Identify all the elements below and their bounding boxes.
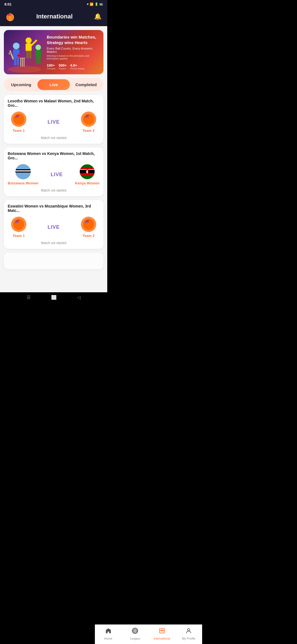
team1-logo	[11, 217, 26, 232]
svg-line-14	[32, 40, 36, 45]
svg-rect-13	[26, 43, 32, 51]
svg-rect-9	[14, 57, 16, 66]
promo-banner: Boundaries win Matches, Strategy wins He…	[4, 30, 103, 74]
battery-level: 95	[100, 3, 103, 6]
live-badge: LIVE	[48, 119, 60, 125]
time: 8:01	[4, 2, 12, 6]
match-center: LIVE	[38, 172, 75, 178]
team1-name: Team 1	[13, 234, 25, 238]
match-card[interactable]: Eswatini Women vs Mozambique Women, 3rd …	[4, 200, 103, 249]
svg-rect-16	[29, 51, 31, 58]
match-center: LIVE	[30, 119, 78, 125]
match-center: LIVE	[30, 224, 78, 230]
team1-logo	[11, 111, 26, 127]
svg-rect-15	[26, 51, 29, 58]
team1-name: Botswana Women	[8, 181, 38, 185]
page-title: International	[36, 13, 73, 20]
banner-illustration	[4, 31, 45, 73]
svg-point-5	[8, 66, 41, 73]
match-card[interactable]: Botswana Women vs Kenya Women, 1st Match…	[4, 148, 103, 196]
team2-name: Team 2	[82, 234, 95, 238]
team1-side: Botswana Women	[8, 164, 38, 185]
team2-logo	[81, 111, 96, 127]
live-badge: LIVE	[51, 172, 63, 178]
tabs: Upcoming Live Completed	[4, 78, 103, 91]
team1-side: Team 1	[8, 111, 30, 133]
svg-rect-42	[15, 169, 31, 170]
svg-point-12	[26, 37, 32, 43]
team2-name: Kenya Women	[75, 181, 100, 185]
match-card[interactable]: Lesotho Women vs Malawi Women, 2nd Match…	[4, 95, 103, 144]
svg-point-11	[9, 52, 11, 55]
matches-list: Lesotho Women vs Malawi Women, 2nd Match…	[0, 91, 107, 273]
svg-point-53	[86, 170, 88, 173]
team2-name: Team 2	[82, 129, 95, 133]
team2-side: Kenya Women	[75, 164, 100, 185]
team2-logo	[79, 164, 95, 179]
svg-rect-44	[15, 171, 31, 173]
stat-contests: 100+ Contests	[47, 63, 56, 70]
android-back-icon[interactable]: ◁	[77, 295, 81, 300]
team2-side: Team 2	[78, 217, 100, 238]
team2-side: Team 2	[78, 111, 100, 133]
svg-point-55	[13, 219, 24, 230]
tab-live[interactable]: Live	[37, 79, 70, 90]
svg-point-28	[13, 114, 24, 125]
match-status: Match not started	[8, 189, 100, 192]
match-teams: Team 1 LIVE Team 2	[8, 111, 100, 133]
svg-rect-21	[20, 58, 21, 67]
app-logo	[4, 11, 16, 22]
battery-icon: 🔋	[95, 2, 98, 6]
team1-logo	[15, 164, 31, 179]
match-teams: Botswana Women LIVE	[8, 164, 100, 185]
svg-rect-19	[36, 57, 38, 64]
svg-rect-10	[17, 57, 19, 66]
signal-icon: 📶	[90, 2, 94, 6]
status-icons: ▾ 📶 🔋 95	[87, 2, 103, 6]
match-title: Botswana Women vs Kenya Women, 1st Match…	[8, 151, 100, 160]
banner-text: Boundaries win Matches, Strategy wins He…	[45, 30, 103, 74]
svg-rect-18	[35, 50, 41, 57]
team1-side: Team 1	[8, 217, 30, 238]
stat-rating: 4.8+ Review Rating	[70, 63, 84, 70]
svg-rect-22	[22, 58, 23, 67]
android-home-icon[interactable]: ⬜	[51, 295, 57, 300]
svg-point-17	[35, 45, 41, 50]
match-title: Lesotho Women vs Malawi Women, 2nd Match…	[8, 99, 100, 108]
android-menu-icon[interactable]: ☰	[27, 295, 31, 300]
tab-completed[interactable]: Completed	[70, 79, 102, 90]
svg-rect-24	[20, 58, 25, 58]
banner-desc: Winning is based on the principles and t…	[47, 54, 100, 60]
main-content: Boundaries win Matches, Strategy wins He…	[0, 26, 107, 292]
status-bar: 8:01 ▾ 📶 🔋 95	[0, 0, 107, 9]
svg-rect-23	[24, 58, 24, 67]
banner-subtitle: Every Ball Counts, Every Answers Matters	[47, 47, 100, 53]
match-status: Match not started	[8, 241, 100, 245]
match-teams: Team 1 LIVE Team 2	[8, 217, 100, 238]
android-nav-bar: ☰ ⬜ ◁	[0, 292, 107, 302]
bell-icon[interactable]: 🔔	[93, 12, 103, 21]
banner-stats: 100+ Contests 500+ Players 4.8+ Review R…	[47, 63, 100, 70]
stat-players: 500+ Players	[59, 63, 67, 70]
svg-point-6	[13, 43, 20, 49]
svg-rect-20	[38, 57, 40, 64]
svg-point-59	[83, 219, 94, 230]
svg-point-32	[83, 114, 94, 125]
svg-rect-43	[15, 170, 31, 171]
live-badge: LIVE	[48, 224, 60, 230]
match-card-partial	[4, 253, 103, 269]
team2-logo	[81, 217, 96, 232]
match-status: Match not started	[8, 136, 100, 140]
tab-upcoming[interactable]: Upcoming	[5, 79, 37, 90]
banner-title: Boundaries win Matches, Strategy wins He…	[47, 34, 100, 45]
team1-name: Team 1	[13, 129, 25, 133]
match-title: Eswatini Women vs Mozambique Women, 3rd …	[8, 204, 100, 213]
header: International 🔔	[0, 9, 107, 26]
wifi-icon: ▾	[87, 2, 89, 6]
